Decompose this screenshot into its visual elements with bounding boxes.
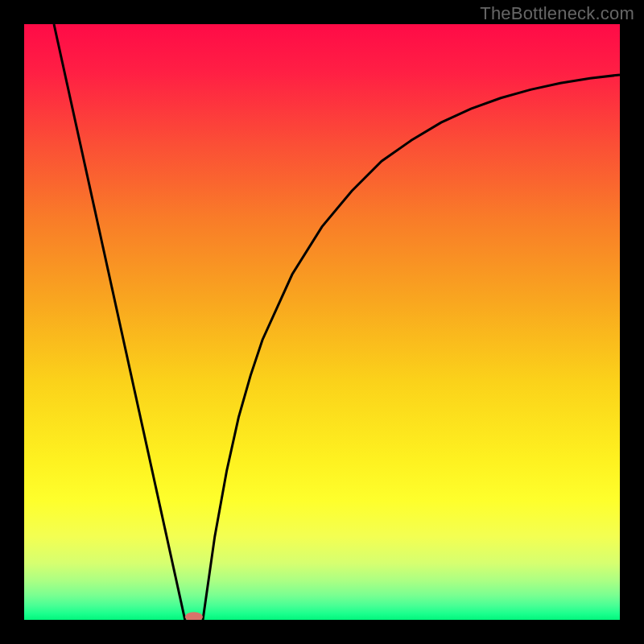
gradient-background [24, 24, 620, 620]
chart-svg [24, 24, 620, 620]
chart-frame: TheBottleneck.com [0, 0, 644, 644]
plot-area [24, 24, 620, 620]
watermark-text: TheBottleneck.com [480, 3, 634, 24]
